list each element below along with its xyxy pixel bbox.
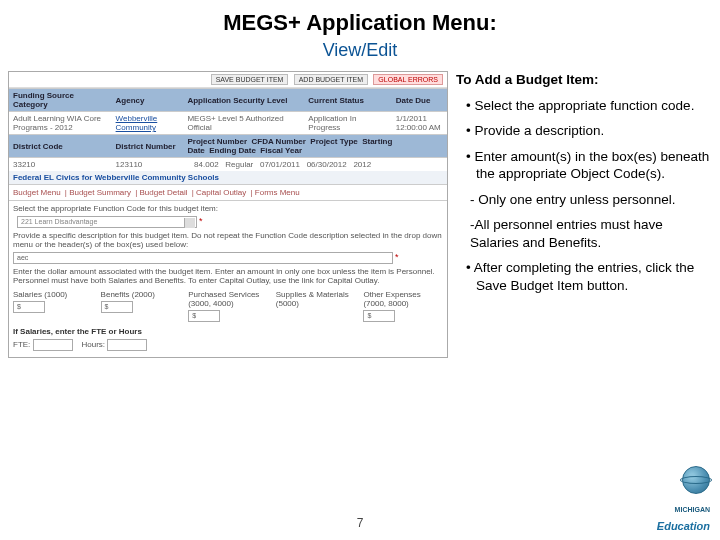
other-input[interactable]: $ xyxy=(363,310,395,322)
required-icon: * xyxy=(395,252,399,262)
logo-line1: MICHIGAN xyxy=(675,506,710,513)
nav-budget-summary[interactable]: Budget Summary xyxy=(69,188,131,197)
supplies-label: Supplies & Materials (5000) xyxy=(276,290,356,308)
instruction-sub-bullet: -All personnel entries must have Salarie… xyxy=(470,216,712,251)
funding-table: Funding Source Category Agency Applicati… xyxy=(9,88,447,184)
instruction-panel: To Add a Budget Item: Select the appropr… xyxy=(456,71,712,358)
purchased-label: Purchased Services (3000, 4000) xyxy=(188,290,268,308)
instruction-bullet: Enter amount(s) in the box(es) beneath t… xyxy=(462,148,712,183)
add-budget-button[interactable]: ADD BUDGET ITEM xyxy=(294,74,368,85)
fte-label: FTE: xyxy=(13,340,30,349)
page-number: 7 xyxy=(0,516,720,530)
amount-label: Enter the dollar amount associated with … xyxy=(9,264,447,288)
slide-title: MEGS+ Application Menu: xyxy=(0,10,720,36)
col-security: Application Security Level xyxy=(183,89,304,112)
col-funding: Funding Source Category xyxy=(9,89,112,112)
globe-icon xyxy=(682,466,710,494)
salaries-input[interactable]: $ xyxy=(13,301,45,313)
col-datedue: Date Due xyxy=(392,89,447,112)
instruction-sub-bullet: - Only one entry unless personnel. xyxy=(470,191,712,209)
slide-header: MEGS+ Application Menu: View/Edit xyxy=(0,0,720,61)
required-icon: * xyxy=(199,216,203,226)
table-row: Adult Learning WIA Core Programs - 2012 … xyxy=(9,112,447,135)
michigan-education-logo: MICHIGAN Education xyxy=(620,466,710,534)
nav-budget-menu[interactable]: Budget Menu xyxy=(13,188,61,197)
table-row: 33210 123110 84.002 Regular 07/01/2011 0… xyxy=(9,158,447,172)
description-label: Provide a specific description for this … xyxy=(9,228,447,252)
instruction-bullet: Select the appropriate function code. xyxy=(462,97,712,115)
project-title-row: Federal EL Civics for Webberville Commun… xyxy=(9,171,447,184)
col-agency: Agency xyxy=(112,89,184,112)
hours-input[interactable] xyxy=(107,339,147,351)
fte-input[interactable] xyxy=(33,339,73,351)
app-screenshot: SAVE BUDGET ITEM ADD BUDGET ITEM GLOBAL … xyxy=(8,71,448,358)
function-code-label: Select the appropriate Function Code for… xyxy=(9,201,447,216)
fte-section-label: If Salaries, enter the FTE or Hours xyxy=(9,324,447,339)
other-label: Other Expenses (7000, 8000) xyxy=(363,290,443,308)
hours-label: Hours: xyxy=(81,340,105,349)
global-errors-button[interactable]: GLOBAL ERRORS xyxy=(373,74,443,85)
benefits-input[interactable]: $ xyxy=(101,301,133,313)
purchased-input[interactable]: $ xyxy=(188,310,220,322)
save-budget-button[interactable]: SAVE BUDGET ITEM xyxy=(211,74,289,85)
nav-capital-outlay[interactable]: Capital Outlay xyxy=(196,188,246,197)
amount-columns: Salaries (1000)$ Benefits (2000)$ Purcha… xyxy=(9,288,447,324)
nav-links: Budget Menu | Budget Summary | Budget De… xyxy=(9,184,447,201)
agency-link[interactable]: Webberville Community xyxy=(112,112,184,135)
description-input[interactable]: aec xyxy=(13,252,393,264)
benefits-label: Benefits (2000) xyxy=(101,290,181,299)
instruction-heading: To Add a Budget Item: xyxy=(456,71,712,89)
instruction-bullet: After completing the entries, click the … xyxy=(462,259,712,294)
logo-line2: Education xyxy=(657,520,710,532)
slide-subtitle: View/Edit xyxy=(0,40,720,61)
screenshot-toolbar: SAVE BUDGET ITEM ADD BUDGET ITEM GLOBAL … xyxy=(9,72,447,88)
col-status: Current Status xyxy=(304,89,391,112)
salaries-label: Salaries (1000) xyxy=(13,290,93,299)
nav-budget-detail[interactable]: Budget Detail xyxy=(139,188,187,197)
instruction-bullet: Provide a description. xyxy=(462,122,712,140)
nav-forms-menu[interactable]: Forms Menu xyxy=(255,188,300,197)
function-code-select[interactable]: 221 Learn Disadvantage xyxy=(17,216,197,228)
